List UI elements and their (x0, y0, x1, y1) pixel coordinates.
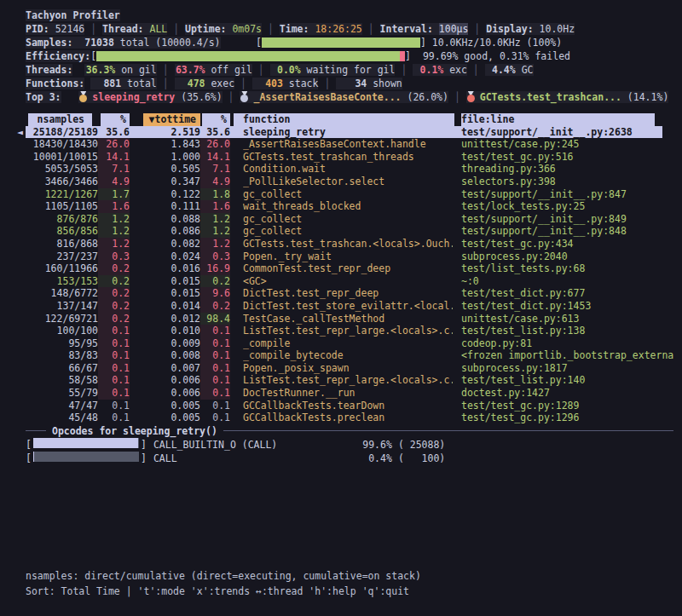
cell-file-line: subprocess.py:2040 (461, 250, 682, 263)
opcode-row: []CALL0.4%( 100) (0, 452, 682, 465)
separator: │ (468, 23, 486, 35)
samples-total: 71038 total (10000.4/s) (72, 37, 220, 49)
cell-pct-cumulative: 0.1 (200, 362, 230, 375)
info-segment: Time: 18:26:25 (280, 23, 362, 35)
cell-pct-direct: 1.2 (98, 238, 130, 250)
cell-tottime: 0.088 (130, 213, 200, 226)
row-gutter (0, 138, 26, 151)
cell-function-name: gc_collect (243, 225, 453, 238)
opcode-bar-close: ] (141, 438, 147, 452)
top3-entry[interactable]: _AssertRaisesBaseConte... (26.0%) (240, 91, 448, 103)
row-gutter (0, 151, 26, 164)
top3-function-name: _AssertRaisesBaseConte... (253, 91, 401, 103)
table-row[interactable]: 1105/11051.60.1111.6wait_threads_blocked… (0, 200, 682, 213)
cell-pct-cumulative: 0.1 (200, 337, 230, 350)
row-gutter (0, 374, 26, 387)
column-header-file-line[interactable]: file:line (461, 113, 655, 126)
cell-pct-cumulative: 1.2 (200, 213, 230, 226)
functions-label: Functions: (26, 78, 84, 89)
row-gutter (0, 313, 26, 325)
cell-tottime: 1.000 (130, 151, 200, 164)
top-functions-line: Top 3: sleeping_retry (35.6%) │ _AssertR… (0, 90, 682, 104)
cell-pct-cumulative: 4.9 (200, 176, 230, 188)
table-row-selected[interactable]: ◄25188/2518935.62.51935.6sleeping_retryt… (0, 126, 682, 139)
opcode-row: []CALL_BUILTIN_O (CALL)99.6%( 25088) (0, 438, 682, 452)
table-row[interactable]: 58/580.10.0060.1ListTest.test_repr_large… (0, 374, 682, 387)
threads-segment: 36.3% on gil (84, 64, 156, 76)
column-header-nsamples[interactable]: nsamples (28, 113, 92, 126)
cell-file-line: ~:0 (461, 275, 682, 288)
table-row[interactable]: 66/670.10.0070.1Popen._posix_spawnsubpro… (0, 362, 682, 375)
cell-tottime: 0.122 (130, 188, 200, 201)
cell-nsamples: 237/237 (26, 250, 98, 263)
table-row[interactable]: 876/8761.20.0881.2gc_collecttest/support… (0, 213, 682, 226)
top3-entry[interactable]: sleeping_retry (35.6%) (78, 91, 222, 103)
cell-file-line: test/test_gc.py:434 (461, 238, 682, 250)
threads-segment: 0.1% exc (413, 64, 467, 76)
functions-count: 34 (336, 77, 367, 90)
table-row[interactable]: 5053/50537.10.5057.1Condition.waitthread… (0, 163, 682, 176)
column-header-function[interactable]: function (234, 113, 454, 126)
top3-entry[interactable]: GCTests.test_trashcan... (14.1%) (466, 91, 669, 103)
cell-nsamples: 25188/25189 (26, 126, 98, 139)
table-row[interactable]: 856/8561.20.0861.2gc_collecttest/support… (0, 225, 682, 238)
cell-nsamples: 45/48 (26, 412, 98, 424)
cell-tottime: 0.016 (130, 262, 200, 275)
table-row[interactable]: 122/697210.20.01298.4TestCase._callTestM… (0, 313, 682, 325)
efficiency-line: Efficiency:[] 99.69% good, 0.31% failed (0, 49, 682, 63)
cell-nsamples: 153/153 (26, 275, 98, 288)
column-header-pct-direct[interactable]: % (101, 113, 130, 126)
table-row[interactable]: 153/1530.20.0150.2<GC>~:0 (0, 275, 682, 288)
cell-file-line: <frozen importlib._bootstrap_externa (461, 349, 682, 362)
info-label: Interval: (380, 23, 433, 35)
table-row[interactable]: 237/2370.30.0240.3Popen._try_waitsubproc… (0, 250, 682, 263)
table-row[interactable]: 95/950.10.0090.1_compilecodeop.py:81 (0, 337, 682, 350)
table-row[interactable]: 816/8681.20.0821.2GCTests.test_trashcan.… (0, 238, 682, 250)
cell-tottime: 0.010 (130, 325, 200, 337)
opcode-usage-bar (33, 438, 139, 448)
table-row[interactable]: 10001/1001514.11.00014.1GCTests.test_tra… (0, 151, 682, 164)
cell-pct-cumulative: 0.1 (200, 349, 230, 362)
column-header-pct-cumulative[interactable]: % (202, 113, 230, 126)
table-row[interactable]: 47/470.10.0050.1GCCallbackTests.tearDown… (0, 400, 682, 412)
info-segment: Uptime: 0m07s (185, 23, 262, 35)
cell-tottime: 0.082 (130, 238, 200, 250)
column-header-tottime-sorted[interactable]: ▼tottime (143, 113, 200, 126)
info-value: 0m07s (232, 23, 262, 35)
profile-table-body: ◄25188/2518935.62.51935.6sleeping_retryt… (0, 126, 682, 424)
cell-nsamples: 10001/10015 (26, 151, 98, 164)
cell-file-line: selectors.py:398 (461, 176, 682, 188)
cell-pct-direct: 0.1 (98, 374, 130, 387)
cell-function-name: <GC> (243, 275, 453, 288)
opcode-count: ( 25088) (392, 438, 445, 452)
info-label: PID: (26, 23, 49, 35)
table-row[interactable]: 137/1470.20.0140.2DictTest.test_store_ev… (0, 300, 682, 313)
cell-tottime: 0.111 (130, 200, 200, 213)
cell-nsamples: 47/47 (26, 400, 98, 412)
table-row[interactable]: 18430/1843026.01.84326.0_AssertRaisesBas… (0, 138, 682, 151)
table-row[interactable]: 83/830.10.0080.1_compile_bytecode<frozen… (0, 349, 682, 362)
cell-pct-cumulative: 1.2 (200, 225, 230, 238)
row-gutter (0, 188, 26, 201)
table-row[interactable]: 45/480.10.0050.1GCCallbackTests.preclean… (0, 412, 682, 424)
cell-pct-direct: 0.1 (98, 349, 130, 362)
separator: │ (223, 91, 240, 103)
cell-pct-cumulative: 0.1 (200, 374, 230, 387)
cell-pct-direct: 0.3 (98, 250, 130, 263)
functions-segment: 478 exec (175, 78, 235, 89)
table-row[interactable]: 3466/34664.90.3474.9_PollLikeSelector.se… (0, 176, 682, 188)
table-row[interactable]: 160/119660.20.01616.9CommonTest.test_rep… (0, 262, 682, 275)
table-row[interactable]: 55/790.10.0060.1DocTestRunner.__rundocte… (0, 387, 682, 400)
cell-pct-direct: 26.0 (98, 138, 130, 151)
cell-file-line: unittest/case.py:613 (461, 313, 682, 325)
table-row[interactable]: 148/67720.20.0159.6DictTest.test_repr_de… (0, 287, 682, 300)
table-row[interactable]: 100/1000.10.0100.1ListTest.test_repr_lar… (0, 325, 682, 337)
samples-line: Samples: 71038 total (10000.4/s) [] 10.0… (0, 36, 682, 49)
samples-rate: 10.0KHz/10.0KHz (100%) (432, 37, 562, 49)
cell-nsamples: 876/876 (26, 213, 98, 226)
cell-nsamples: 3466/3466 (26, 176, 98, 188)
cell-tottime: 0.008 (130, 349, 200, 362)
app-title: Tachyon Profiler (26, 9, 120, 21)
row-gutter (0, 349, 26, 362)
table-row[interactable]: 1221/12671.70.1221.8gc_collecttest/suppo… (0, 188, 682, 201)
